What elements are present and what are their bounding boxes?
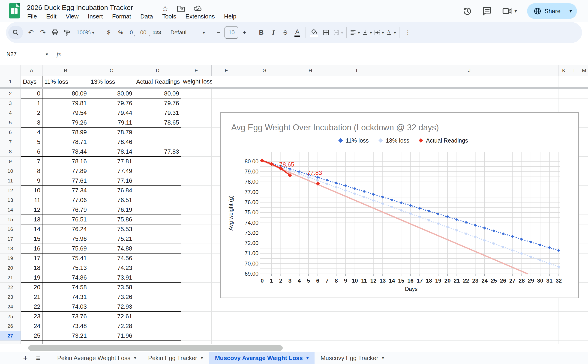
cell-J2[interactable] — [380, 89, 558, 98]
horizontal-scrollbar-thumb[interactable] — [28, 345, 283, 351]
font-size-input[interactable]: 10 — [225, 26, 238, 39]
cell-B8[interactable]: 78.44 — [42, 147, 89, 157]
cell-D23[interactable] — [134, 292, 181, 302]
cell-C24[interactable]: 72.93 — [89, 302, 134, 312]
row-header-21[interactable]: 21 — [0, 273, 21, 283]
cell-A2[interactable]: 0 — [21, 89, 42, 98]
sheet-tab-menu-caret[interactable]: ▾ — [201, 356, 203, 360]
cell-M19[interactable] — [580, 254, 588, 263]
cell-C19[interactable]: 74.56 — [89, 254, 134, 263]
cell-K1[interactable] — [558, 76, 569, 87]
cell-E16[interactable] — [181, 224, 212, 234]
cell-E4[interactable] — [181, 108, 212, 118]
cell-A21[interactable]: 19 — [21, 273, 42, 283]
cell-E21[interactable] — [181, 273, 212, 283]
cell-M7[interactable] — [580, 137, 588, 147]
menu-format[interactable]: Format — [112, 13, 131, 20]
cell-C25[interactable]: 72.61 — [89, 312, 134, 321]
cell-A18[interactable]: 16 — [21, 244, 42, 254]
row-header-28[interactable] — [0, 341, 21, 344]
cell-E22[interactable] — [181, 283, 212, 292]
cell-E18[interactable] — [181, 244, 212, 254]
cell-C22[interactable]: 73.58 — [89, 283, 134, 292]
sheet-tab-muscovy-egg-tracker[interactable]: Muscovy Egg Tracker▾ — [314, 352, 390, 364]
cell-M27[interactable] — [580, 331, 588, 341]
cell-B26[interactable]: 73.48 — [42, 321, 89, 331]
row-header-4[interactable]: 4 — [0, 108, 21, 118]
row-header-24[interactable]: 24 — [0, 302, 21, 312]
cell-C8[interactable]: 78.14 — [89, 147, 134, 157]
cell-D4[interactable]: 79.31 — [134, 108, 181, 118]
cell-D12[interactable] — [134, 186, 181, 195]
cell-C27[interactable]: 71.96 — [89, 331, 134, 341]
cell-C16[interactable]: 75.53 — [89, 224, 134, 234]
cell-H3[interactable] — [288, 98, 333, 108]
column-header-K[interactable]: K — [558, 65, 569, 76]
cell-B7[interactable]: 78.71 — [42, 137, 89, 147]
format-currency-button[interactable]: $ — [103, 26, 115, 39]
cell-C3[interactable]: 79.76 — [89, 98, 134, 108]
cell-E14[interactable] — [181, 205, 212, 215]
cell-A7[interactable]: 5 — [21, 137, 42, 147]
cell-E20[interactable] — [181, 263, 212, 273]
cell-E1[interactable]: weight loss — [181, 76, 212, 87]
cell-M4[interactable] — [580, 108, 588, 118]
sheet-tab-menu-caret[interactable]: ▾ — [382, 356, 384, 360]
row-header-12[interactable]: 12 — [0, 186, 21, 195]
cell-B1[interactable]: 11% loss — [42, 76, 89, 87]
cell-D27[interactable] — [134, 331, 181, 341]
row-header-18[interactable]: 18 — [0, 244, 21, 254]
cell-L26[interactable] — [569, 321, 580, 331]
cell-M11[interactable] — [580, 176, 588, 186]
cell-M8[interactable] — [580, 147, 588, 157]
cell-F3[interactable] — [212, 98, 241, 108]
cell-L3[interactable] — [569, 98, 580, 108]
column-header-A[interactable]: A — [21, 65, 42, 76]
cell-A12[interactable]: 10 — [21, 186, 42, 195]
cell-C11[interactable]: 77.16 — [89, 176, 134, 186]
cell-I1[interactable] — [333, 76, 380, 87]
cell-G1[interactable] — [241, 76, 288, 87]
row-header-22[interactable]: 22 — [0, 283, 21, 292]
format-percent-button[interactable]: % — [115, 26, 127, 39]
cell-F1[interactable] — [212, 76, 241, 87]
cell-M28[interactable] — [580, 341, 588, 344]
cell-C20[interactable]: 74.23 — [89, 263, 134, 273]
cell-E2[interactable] — [181, 89, 212, 98]
sheet-tab-muscovy-average-weight-loss[interactable]: Muscovy Average Weight Loss▾ — [209, 352, 315, 364]
cell-C12[interactable]: 76.84 — [89, 186, 134, 195]
cell-E7[interactable] — [181, 137, 212, 147]
cell-E6[interactable] — [181, 128, 212, 137]
more-toolbar-options-button[interactable]: ⋮ — [402, 26, 414, 39]
cell-M24[interactable] — [580, 302, 588, 312]
cell-C21[interactable]: 73.91 — [89, 273, 134, 283]
cell-B22[interactable]: 74.58 — [42, 283, 89, 292]
cell-H27[interactable] — [288, 331, 333, 341]
cell-B16[interactable]: 76.24 — [42, 224, 89, 234]
cell-I24[interactable] — [333, 302, 380, 312]
text-wrap-button[interactable]: ▾ — [373, 26, 385, 39]
cell-I28[interactable] — [333, 341, 380, 344]
cell-K26[interactable] — [558, 321, 569, 331]
version-history-icon[interactable] — [463, 6, 472, 16]
cell-B13[interactable]: 77.06 — [42, 195, 89, 205]
cell-D13[interactable] — [134, 195, 181, 205]
cell-J26[interactable] — [380, 321, 558, 331]
column-header-D[interactable]: D — [134, 65, 181, 76]
cell-A15[interactable]: 13 — [21, 215, 42, 224]
cell-A26[interactable]: 24 — [21, 321, 42, 331]
cell-B18[interactable]: 75.69 — [42, 244, 89, 254]
cell-L27[interactable] — [569, 331, 580, 341]
cell-E26[interactable] — [181, 321, 212, 331]
cell-E12[interactable] — [181, 186, 212, 195]
row-header-10[interactable]: 10 — [0, 166, 21, 176]
row-header-15[interactable]: 15 — [0, 215, 21, 224]
cell-F2[interactable] — [212, 89, 241, 98]
sheets-logo-icon[interactable] — [9, 3, 20, 19]
cell-D18[interactable] — [134, 244, 181, 254]
cell-B15[interactable]: 76.51 — [42, 215, 89, 224]
row-header-17[interactable]: 17 — [0, 234, 21, 244]
cell-M22[interactable] — [580, 283, 588, 292]
cell-B14[interactable]: 76.79 — [42, 205, 89, 215]
cell-B20[interactable]: 75.13 — [42, 263, 89, 273]
